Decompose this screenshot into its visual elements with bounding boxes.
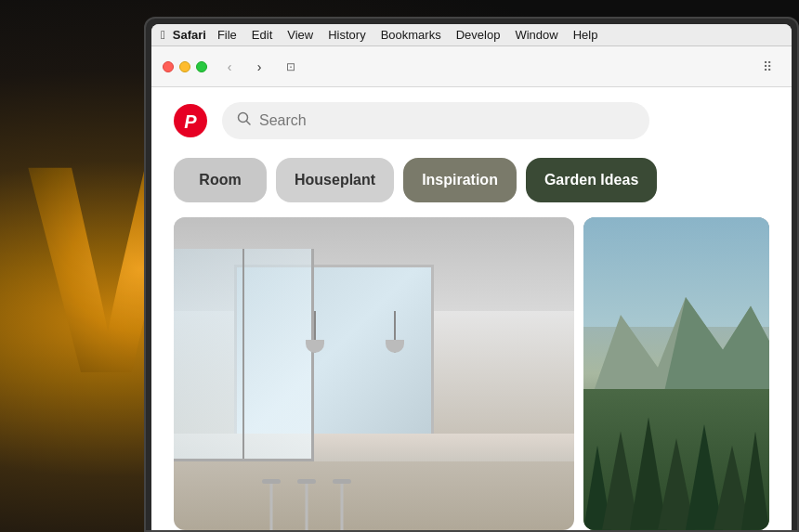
menu-bar:  Safari File Edit View History Bookmark…	[151, 24, 792, 46]
menu-window[interactable]: Window	[507, 24, 565, 45]
stool-leg-1	[269, 484, 272, 530]
stool-1	[262, 479, 281, 530]
stool-2	[297, 479, 316, 530]
bifold-doors	[174, 249, 314, 461]
new-tab-button[interactable]: ⊡	[278, 54, 304, 80]
menu-file[interactable]: File	[210, 24, 244, 45]
chip-inspiration[interactable]: Inspiration	[403, 158, 517, 202]
traffic-lights	[163, 61, 207, 72]
chip-houseplant[interactable]: Houseplant	[276, 158, 394, 202]
safari-toolbar: ‹ › ⊡ ⠿	[151, 46, 792, 87]
mountain-scene-image	[583, 217, 769, 530]
search-bar[interactable]: Search	[222, 102, 649, 139]
kitchen-pin[interactable]	[174, 217, 574, 530]
grid-icon: ⠿	[763, 59, 773, 74]
chip-garden-ideas[interactable]: Garden Ideas	[526, 158, 657, 202]
nature-pin[interactable]	[583, 217, 769, 530]
menu-view[interactable]: View	[280, 24, 321, 45]
app-name: Safari	[173, 28, 206, 42]
search-placeholder-text: Search	[259, 112, 307, 129]
forward-button[interactable]: ›	[248, 56, 270, 78]
laptop-frame:  Safari File Edit View History Bookmark…	[144, 17, 799, 532]
kitchen-scene-image	[174, 217, 574, 530]
image-grid	[151, 217, 792, 530]
door-divider	[242, 249, 244, 459]
search-icon	[237, 111, 252, 130]
stool-3	[333, 479, 351, 530]
pendant-cord-1	[314, 311, 316, 353]
menu-bookmarks[interactable]: Bookmarks	[373, 24, 449, 45]
tab-icon: ⊡	[286, 60, 295, 73]
pinterest-content: P Search Room Ho	[151, 87, 792, 530]
pendant-cord-2	[394, 311, 396, 353]
stool-leg-3	[340, 484, 343, 530]
category-row: Room Houseplant Inspiration Garden Ideas	[151, 150, 792, 217]
screen:  Safari File Edit View History Bookmark…	[151, 24, 792, 530]
svg-marker-10	[741, 432, 769, 530]
minimize-button[interactable]	[179, 61, 190, 72]
menu-edit[interactable]: Edit	[244, 24, 280, 45]
back-icon: ‹	[228, 59, 232, 74]
stool-leg-2	[305, 484, 308, 530]
menu-help[interactable]: Help	[566, 24, 606, 45]
tree-layer	[583, 389, 769, 530]
grid-button[interactable]: ⠿	[754, 54, 780, 80]
pinterest-header: P Search	[151, 87, 792, 150]
back-button[interactable]: ‹	[218, 56, 241, 78]
apple-icon[interactable]: 	[161, 28, 165, 42]
pinterest-logo-letter: P	[184, 112, 196, 131]
stools-row	[262, 479, 351, 530]
chip-room[interactable]: Room	[174, 158, 267, 202]
menu-develop[interactable]: Develop	[449, 24, 508, 45]
maximize-button[interactable]	[196, 61, 207, 72]
forward-icon: ›	[257, 59, 262, 74]
svg-line-1	[247, 122, 251, 125]
close-button[interactable]	[163, 61, 174, 72]
menu-history[interactable]: History	[321, 24, 373, 45]
pinterest-logo[interactable]: P	[174, 104, 207, 137]
